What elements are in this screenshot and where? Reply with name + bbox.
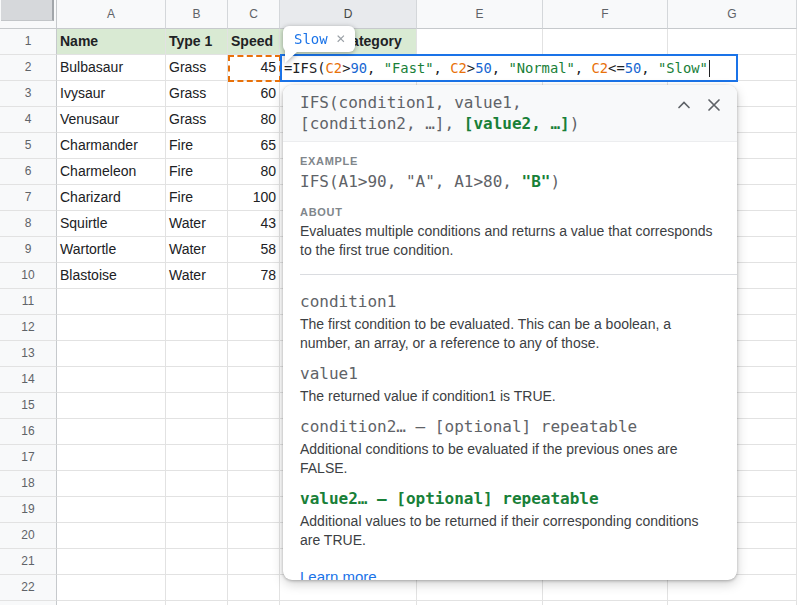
row-header-9[interactable]: 9 <box>0 237 57 263</box>
cell-A21[interactable] <box>57 549 166 575</box>
cell-B4[interactable]: Grass <box>166 107 228 133</box>
cell-A14[interactable] <box>57 367 166 393</box>
row-header-16[interactable]: 16 <box>0 419 57 445</box>
column-header-C[interactable]: C <box>228 0 280 29</box>
close-icon[interactable]: ✕ <box>336 33 346 45</box>
row-header-13[interactable]: 13 <box>0 341 57 367</box>
cell-C3[interactable]: 60 <box>228 81 280 107</box>
cell-C19[interactable] <box>228 497 280 523</box>
cell-C2[interactable]: 45 <box>228 55 280 81</box>
row-header-20[interactable]: 20 <box>0 523 57 549</box>
formula-input[interactable]: =IFS(C2>90, "Fast", C2>50, "Normal", C2<… <box>280 54 738 82</box>
column-header-D[interactable]: D <box>280 0 417 29</box>
cell-C11[interactable] <box>228 289 280 315</box>
row-header-10[interactable]: 10 <box>0 263 57 289</box>
column-header-F[interactable]: F <box>543 0 668 29</box>
cell-B9[interactable]: Water <box>166 237 228 263</box>
cell-B13[interactable] <box>166 341 228 367</box>
cell-A13[interactable] <box>57 341 166 367</box>
select-all-corner[interactable] <box>0 0 57 29</box>
cell-A1[interactable]: Name <box>57 29 166 55</box>
cell-C7[interactable]: 100 <box>228 185 280 211</box>
cell-A7[interactable]: Charizard <box>57 185 166 211</box>
row-header-12[interactable]: 12 <box>0 315 57 341</box>
cell-B16[interactable] <box>166 419 228 445</box>
cell-B14[interactable] <box>166 367 228 393</box>
cell-A5[interactable]: Charmander <box>57 133 166 159</box>
cell-G1[interactable] <box>668 29 797 55</box>
row-header-21[interactable]: 21 <box>0 549 57 575</box>
cell-A4[interactable]: Venusaur <box>57 107 166 133</box>
row-header-11[interactable]: 11 <box>0 289 57 315</box>
column-header-E[interactable]: E <box>417 0 543 29</box>
cell-C22[interactable] <box>228 575 280 601</box>
cell-C8[interactable]: 43 <box>228 211 280 237</box>
cell-B12[interactable] <box>166 315 228 341</box>
row-header-14[interactable]: 14 <box>0 367 57 393</box>
cell-A9[interactable]: Wartortle <box>57 237 166 263</box>
learn-more-link[interactable]: Learn more <box>300 568 377 580</box>
cell-C5[interactable]: 65 <box>228 133 280 159</box>
cell-B17[interactable] <box>166 445 228 471</box>
row-header-6[interactable]: 6 <box>0 159 57 185</box>
cell-A11[interactable] <box>57 289 166 315</box>
cell-B15[interactable] <box>166 393 228 419</box>
cell-A18[interactable] <box>57 471 166 497</box>
row-header-18[interactable]: 18 <box>0 471 57 497</box>
close-icon[interactable] <box>705 96 723 114</box>
cell-A8[interactable]: Squirtle <box>57 211 166 237</box>
row-header-1[interactable]: 1 <box>0 29 57 55</box>
cell-B7[interactable]: Fire <box>166 185 228 211</box>
cell-C20[interactable] <box>228 523 280 549</box>
row-header-19[interactable]: 19 <box>0 497 57 523</box>
row-header-17[interactable]: 17 <box>0 445 57 471</box>
cell-B18[interactable] <box>166 471 228 497</box>
cell-B20[interactable] <box>166 523 228 549</box>
cell-C10[interactable]: 78 <box>228 263 280 289</box>
cell-B11[interactable] <box>166 289 228 315</box>
cell-B3[interactable]: Grass <box>166 81 228 107</box>
column-header-B[interactable]: B <box>166 0 228 29</box>
cell-B8[interactable]: Water <box>166 211 228 237</box>
cell-A16[interactable] <box>57 419 166 445</box>
cell-C17[interactable] <box>228 445 280 471</box>
cell-C4[interactable]: 80 <box>228 107 280 133</box>
cell-A19[interactable] <box>57 497 166 523</box>
row-header-15[interactable]: 15 <box>0 393 57 419</box>
cell-B5[interactable]: Fire <box>166 133 228 159</box>
cell-A10[interactable]: Blastoise <box>57 263 166 289</box>
cell-A3[interactable]: Ivysaur <box>57 81 166 107</box>
cell-F1[interactable] <box>543 29 668 55</box>
cell-C18[interactable] <box>228 471 280 497</box>
cell-B19[interactable] <box>166 497 228 523</box>
column-header-A[interactable]: A <box>57 0 166 29</box>
row-header-7[interactable]: 7 <box>0 185 57 211</box>
cell-C6[interactable]: 80 <box>228 159 280 185</box>
cell-C15[interactable] <box>228 393 280 419</box>
cell-C9[interactable]: 58 <box>228 237 280 263</box>
cell-C13[interactable] <box>228 341 280 367</box>
cell-C16[interactable] <box>228 419 280 445</box>
cell-A17[interactable] <box>57 445 166 471</box>
row-header-22[interactable]: 22 <box>0 575 57 601</box>
cell-A2[interactable]: Bulbasaur <box>57 55 166 81</box>
cell-A12[interactable] <box>57 315 166 341</box>
row-header-2[interactable]: 2 <box>0 55 57 81</box>
cell-A20[interactable] <box>57 523 166 549</box>
cell-C12[interactable] <box>228 315 280 341</box>
cell-A15[interactable] <box>57 393 166 419</box>
collapse-chevron-up-icon[interactable] <box>675 96 693 114</box>
cell-C1[interactable]: Speed <box>228 29 280 55</box>
row-header-8[interactable]: 8 <box>0 211 57 237</box>
cell-B22[interactable] <box>166 575 228 601</box>
cell-A22[interactable] <box>57 575 166 601</box>
cell-B2[interactable]: Grass <box>166 55 228 81</box>
row-header-5[interactable]: 5 <box>0 133 57 159</box>
cell-E1[interactable] <box>417 29 543 55</box>
row-header-3[interactable]: 3 <box>0 81 57 107</box>
cell-A6[interactable]: Charmeleon <box>57 159 166 185</box>
cell-B1[interactable]: Type 1 <box>166 29 228 55</box>
cell-C14[interactable] <box>228 367 280 393</box>
cell-B10[interactable]: Water <box>166 263 228 289</box>
cell-C21[interactable] <box>228 549 280 575</box>
